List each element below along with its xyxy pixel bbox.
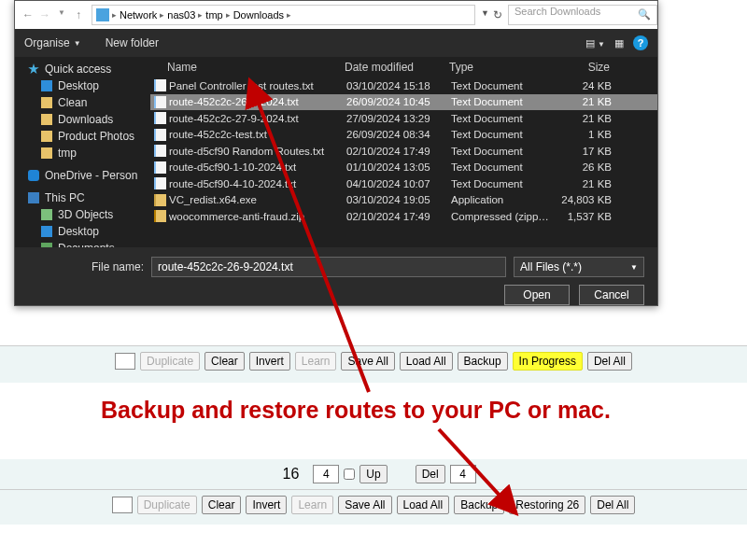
clear-button[interactable]: Clear (204, 352, 245, 371)
crumb[interactable]: Downloads (233, 9, 284, 21)
file-size: 21 KB (556, 178, 621, 189)
file-row[interactable]: route-452c2c-27-9-2024.txt27/09/2024 13:… (150, 110, 657, 127)
file-size: 26 KB (556, 161, 621, 173)
col-name[interactable]: Name (167, 61, 345, 74)
invert-button[interactable]: Invert (249, 352, 290, 371)
backup-button[interactable]: Backup (454, 496, 504, 514)
file-icon (154, 161, 166, 174)
col-date[interactable]: Date modified (345, 61, 449, 74)
view-list-icon[interactable]: ▤ ▼ (585, 37, 605, 49)
up-button[interactable]: Up (359, 465, 387, 483)
view-details-icon[interactable]: ▦ (614, 37, 624, 49)
refresh-icon[interactable]: ↻ (493, 8, 502, 21)
sidebar-item[interactable]: Desktop (15, 77, 150, 94)
nav-up-icon[interactable]: ↑ (71, 8, 86, 21)
file-row[interactable]: route-d5cf90-4-10-2024.txt04/10/2024 10:… (150, 175, 657, 192)
app-panel-2: 16 Up Del Duplicate Clear Invert Learn S… (0, 459, 747, 525)
file-row[interactable]: route-d5cf90 Random Routes.txt02/10/2024… (150, 143, 657, 160)
file-list[interactable]: Panel Controller test routes.txt03/10/20… (150, 77, 657, 247)
new-folder-button[interactable]: New folder (106, 36, 159, 49)
column-headers[interactable]: Name Date modified Type Size (150, 57, 657, 77)
cancel-button[interactable]: Cancel (579, 285, 644, 305)
file-name: Panel Controller test routes.txt (169, 80, 346, 91)
file-row[interactable]: VC_redist.x64.exe03/10/2024 19:05Applica… (150, 192, 657, 209)
crumb[interactable]: nas03 (167, 9, 195, 21)
del-all-button[interactable]: Del All (590, 496, 635, 514)
sidebar-item[interactable]: Product Photos (15, 128, 150, 145)
file-date: 03/10/2024 15:18 (346, 80, 451, 91)
sidebar-this-pc[interactable]: This PC (15, 189, 150, 206)
col-size[interactable]: Size (554, 61, 619, 74)
row-number: 16 (271, 466, 308, 483)
breadcrumb[interactable]: ▸ Network▸ nas03▸ tmp▸ Downloads▸ (92, 5, 475, 25)
file-type: Text Document (451, 129, 556, 140)
sidebar-item[interactable]: Downloads (15, 111, 150, 128)
file-filter-select[interactable]: All Files (*.*)▼ (514, 257, 644, 277)
value-right-input[interactable] (450, 465, 476, 483)
load-all-button[interactable]: Load All (400, 352, 453, 371)
save-all-button[interactable]: Save All (338, 496, 391, 514)
duplicate-button[interactable]: Duplicate (137, 496, 197, 514)
file-name-input[interactable] (151, 257, 506, 277)
file-icon (154, 96, 166, 108)
save-all-button[interactable]: Save All (341, 352, 394, 371)
file-type: Text Document (451, 96, 556, 107)
crumb[interactable]: tmp (205, 9, 222, 21)
row-checkbox[interactable] (344, 469, 355, 480)
value-left-input[interactable] (313, 465, 339, 483)
duplicate-button[interactable]: Duplicate (140, 352, 200, 371)
load-all-button[interactable]: Load All (397, 496, 450, 514)
route-num-input[interactable] (112, 497, 133, 513)
file-name: woocommerce-anti-fraud.zip (169, 211, 346, 222)
pc-icon (28, 192, 39, 203)
file-name: route-452c2c-27-9-2024.txt (169, 113, 346, 124)
folder-icon (41, 209, 52, 220)
file-date: 01/10/2024 13:05 (346, 161, 451, 173)
file-size: 24,803 KB (556, 194, 621, 205)
file-size: 21 KB (556, 113, 621, 124)
nav-recent-icon[interactable]: ▼ (54, 8, 69, 21)
learn-button[interactable]: Learn (295, 352, 337, 371)
sidebar-quick-access[interactable]: Quick access (15, 61, 150, 77)
sidebar-item[interactable]: Documents (15, 240, 150, 247)
folder-icon (41, 97, 52, 108)
clear-button[interactable]: Clear (202, 496, 242, 514)
backup-button[interactable]: Backup (458, 352, 508, 371)
help-icon[interactable]: ? (633, 35, 648, 50)
learn-button[interactable]: Learn (291, 496, 333, 514)
del-all-button[interactable]: Del All (587, 352, 632, 371)
search-input[interactable]: Search Downloads 🔍 (508, 5, 657, 25)
sidebar-item[interactable]: Clean (15, 94, 150, 111)
file-icon (154, 79, 166, 91)
chevron-down-icon: ▼ (630, 263, 638, 272)
sidebar-item[interactable]: Desktop (15, 223, 150, 240)
file-size: 21 KB (556, 96, 621, 107)
sidebar-item[interactable]: 3D Objects (15, 206, 150, 223)
sidebar: Quick access Desktop Clean Downloads Pro… (15, 57, 150, 247)
file-row[interactable]: woocommerce-anti-fraud.zip02/10/2024 17:… (150, 208, 657, 225)
file-row[interactable]: route-452c2c-test.txt26/09/2024 08:34Tex… (150, 127, 657, 144)
file-open-dialog: ← → ▼ ↑ ▸ Network▸ nas03▸ tmp▸ Downloads… (14, 0, 658, 306)
route-num-input[interactable] (115, 353, 135, 370)
breadcrumb-dropdown-icon[interactable]: ▼ (481, 8, 489, 21)
restoring-status[interactable]: Restoring 26 (509, 496, 585, 514)
nav-back-icon[interactable]: ← (21, 8, 35, 21)
crumb[interactable]: Network (120, 9, 157, 21)
star-icon (28, 63, 39, 75)
file-date: 26/09/2024 08:34 (346, 129, 451, 140)
file-name: route-452c2c-26-9-2024.txt (169, 96, 346, 107)
file-date: 26/09/2024 10:45 (346, 96, 451, 107)
invert-button[interactable]: Invert (246, 496, 287, 514)
sidebar-item[interactable]: tmp (15, 145, 150, 161)
open-button[interactable]: Open (504, 285, 570, 305)
organise-menu[interactable]: Organise ▼ (24, 36, 81, 49)
file-row[interactable]: route-452c2c-26-9-2024.txt26/09/2024 10:… (150, 94, 657, 111)
file-type: Text Document (451, 178, 556, 189)
del-button[interactable]: Del (416, 465, 445, 483)
file-row[interactable]: Panel Controller test routes.txt03/10/20… (150, 77, 657, 94)
folder-icon (41, 243, 52, 247)
file-row[interactable]: route-d5cf90-1-10-2024.txt01/10/2024 13:… (150, 160, 657, 176)
col-type[interactable]: Type (449, 61, 554, 74)
sidebar-onedrive[interactable]: OneDrive - Person (15, 167, 150, 184)
nav-forward-icon[interactable]: → (37, 8, 52, 21)
